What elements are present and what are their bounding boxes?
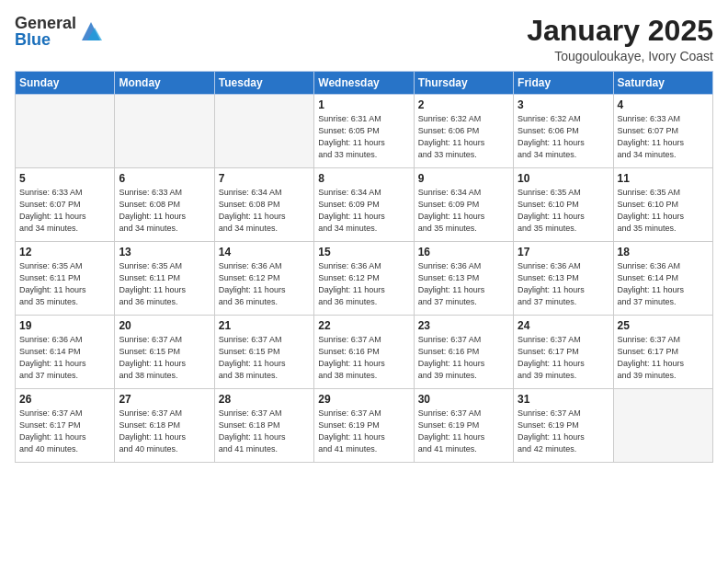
calendar-cell [214,95,313,168]
weekday-header-wednesday: Wednesday [314,72,414,95]
day-number: 19 [19,319,110,332]
day-info: Sunrise: 6:37 AM Sunset: 6:17 PM Dayligh… [518,334,609,382]
day-number: 1 [318,98,409,111]
calendar-cell: 1Sunrise: 6:31 AM Sunset: 6:05 PM Daylig… [314,95,414,168]
calendar-cell: 3Sunrise: 6:32 AM Sunset: 6:06 PM Daylig… [514,95,613,168]
day-info: Sunrise: 6:37 AM Sunset: 6:19 PM Dayligh… [318,408,409,455]
day-number: 24 [518,319,609,332]
week-row-2: 12Sunrise: 6:35 AM Sunset: 6:11 PM Dayli… [16,242,713,316]
day-number: 22 [318,319,409,332]
calendar-cell [115,95,214,168]
weekday-header-sunday: Sunday [16,72,115,95]
day-info: Sunrise: 6:32 AM Sunset: 6:06 PM Dayligh… [418,113,509,161]
logo-icon [78,18,104,44]
day-info: Sunrise: 6:37 AM Sunset: 6:16 PM Dayligh… [318,334,409,382]
calendar-cell: 25Sunrise: 6:37 AM Sunset: 6:17 PM Dayli… [613,316,712,389]
calendar-cell: 13Sunrise: 6:35 AM Sunset: 6:11 PM Dayli… [115,242,214,316]
day-number: 18 [618,246,709,259]
day-info: Sunrise: 6:37 AM Sunset: 6:17 PM Dayligh… [618,334,709,382]
calendar-cell: 5Sunrise: 6:33 AM Sunset: 6:07 PM Daylig… [16,168,115,242]
calendar-cell: 30Sunrise: 6:37 AM Sunset: 6:19 PM Dayli… [414,389,513,463]
day-number: 14 [219,246,310,259]
calendar-cell: 11Sunrise: 6:35 AM Sunset: 6:10 PM Dayli… [613,168,712,242]
week-row-4: 26Sunrise: 6:37 AM Sunset: 6:17 PM Dayli… [16,389,713,463]
calendar-cell: 9Sunrise: 6:34 AM Sunset: 6:09 PM Daylig… [414,168,513,242]
day-number: 2 [418,98,509,111]
header: General Blue January 2025 Tougouloukaye,… [15,15,713,63]
calendar-cell: 24Sunrise: 6:37 AM Sunset: 6:17 PM Dayli… [514,316,613,389]
weekday-header-friday: Friday [514,72,613,95]
calendar-table: SundayMondayTuesdayWednesdayThursdayFrid… [15,71,713,463]
day-info: Sunrise: 6:35 AM Sunset: 6:11 PM Dayligh… [119,260,210,308]
day-number: 10 [518,172,609,185]
calendar-cell: 29Sunrise: 6:37 AM Sunset: 6:19 PM Dayli… [314,389,414,463]
weekday-header-thursday: Thursday [414,72,513,95]
day-number: 31 [518,393,609,406]
day-info: Sunrise: 6:36 AM Sunset: 6:13 PM Dayligh… [518,260,609,308]
weekday-header-row: SundayMondayTuesdayWednesdayThursdayFrid… [16,72,713,95]
day-number: 5 [19,172,110,185]
day-number: 20 [119,319,210,332]
day-info: Sunrise: 6:37 AM Sunset: 6:15 PM Dayligh… [219,334,310,382]
calendar-cell: 2Sunrise: 6:32 AM Sunset: 6:06 PM Daylig… [414,95,513,168]
calendar-cell: 31Sunrise: 6:37 AM Sunset: 6:19 PM Dayli… [514,389,613,463]
day-info: Sunrise: 6:36 AM Sunset: 6:12 PM Dayligh… [219,260,310,308]
day-info: Sunrise: 6:34 AM Sunset: 6:08 PM Dayligh… [219,187,310,235]
calendar-subtitle: Tougouloukaye, Ivory Coast [527,49,713,63]
day-info: Sunrise: 6:37 AM Sunset: 6:17 PM Dayligh… [19,408,110,455]
day-info: Sunrise: 6:33 AM Sunset: 6:08 PM Dayligh… [119,187,210,235]
day-info: Sunrise: 6:33 AM Sunset: 6:07 PM Dayligh… [19,187,110,235]
calendar-cell: 8Sunrise: 6:34 AM Sunset: 6:09 PM Daylig… [314,168,414,242]
weekday-header-saturday: Saturday [613,72,712,95]
calendar-cell: 17Sunrise: 6:36 AM Sunset: 6:13 PM Dayli… [514,242,613,316]
day-number: 23 [418,319,509,332]
day-number: 27 [119,393,210,406]
day-info: Sunrise: 6:37 AM Sunset: 6:15 PM Dayligh… [119,334,210,382]
calendar-cell: 19Sunrise: 6:36 AM Sunset: 6:14 PM Dayli… [16,316,115,389]
day-info: Sunrise: 6:37 AM Sunset: 6:19 PM Dayligh… [418,408,509,455]
calendar-cell: 12Sunrise: 6:35 AM Sunset: 6:11 PM Dayli… [16,242,115,316]
day-info: Sunrise: 6:35 AM Sunset: 6:11 PM Dayligh… [19,260,110,308]
day-info: Sunrise: 6:37 AM Sunset: 6:19 PM Dayligh… [518,408,609,455]
day-info: Sunrise: 6:33 AM Sunset: 6:07 PM Dayligh… [618,113,709,161]
calendar-cell: 10Sunrise: 6:35 AM Sunset: 6:10 PM Dayli… [514,168,613,242]
day-number: 21 [219,319,310,332]
calendar-cell: 14Sunrise: 6:36 AM Sunset: 6:12 PM Dayli… [214,242,313,316]
day-number: 17 [518,246,609,259]
calendar-cell: 22Sunrise: 6:37 AM Sunset: 6:16 PM Dayli… [314,316,414,389]
logo: General Blue [15,15,104,48]
day-number: 11 [618,172,709,185]
calendar-cell: 15Sunrise: 6:36 AM Sunset: 6:12 PM Dayli… [314,242,414,316]
day-info: Sunrise: 6:36 AM Sunset: 6:13 PM Dayligh… [418,260,509,308]
day-info: Sunrise: 6:37 AM Sunset: 6:18 PM Dayligh… [219,408,310,455]
day-number: 7 [219,172,310,185]
day-number: 25 [618,319,709,332]
page: General Blue January 2025 Tougouloukaye,… [0,0,728,563]
day-number: 3 [518,98,609,111]
logo-text: General Blue [15,15,76,48]
title-block: January 2025 Tougouloukaye, Ivory Coast [527,15,713,63]
calendar-cell: 28Sunrise: 6:37 AM Sunset: 6:18 PM Dayli… [214,389,313,463]
calendar-cell: 27Sunrise: 6:37 AM Sunset: 6:18 PM Dayli… [115,389,214,463]
calendar-cell: 23Sunrise: 6:37 AM Sunset: 6:16 PM Dayli… [414,316,513,389]
day-info: Sunrise: 6:35 AM Sunset: 6:10 PM Dayligh… [518,187,609,235]
logo-general: General [15,15,76,31]
day-number: 9 [418,172,509,185]
day-info: Sunrise: 6:37 AM Sunset: 6:18 PM Dayligh… [119,408,210,455]
calendar-cell [613,389,712,463]
day-info: Sunrise: 6:36 AM Sunset: 6:14 PM Dayligh… [19,334,110,382]
weekday-header-monday: Monday [115,72,214,95]
day-info: Sunrise: 6:32 AM Sunset: 6:06 PM Dayligh… [518,113,609,161]
weekday-header-tuesday: Tuesday [214,72,313,95]
calendar-cell: 16Sunrise: 6:36 AM Sunset: 6:13 PM Dayli… [414,242,513,316]
calendar-cell: 20Sunrise: 6:37 AM Sunset: 6:15 PM Dayli… [115,316,214,389]
day-number: 26 [19,393,110,406]
calendar-cell: 4Sunrise: 6:33 AM Sunset: 6:07 PM Daylig… [613,95,712,168]
calendar-cell: 21Sunrise: 6:37 AM Sunset: 6:15 PM Dayli… [214,316,313,389]
day-number: 6 [119,172,210,185]
day-info: Sunrise: 6:37 AM Sunset: 6:16 PM Dayligh… [418,334,509,382]
day-number: 28 [219,393,310,406]
day-number: 30 [418,393,509,406]
logo-blue: Blue [15,31,76,48]
day-info: Sunrise: 6:34 AM Sunset: 6:09 PM Dayligh… [418,187,509,235]
